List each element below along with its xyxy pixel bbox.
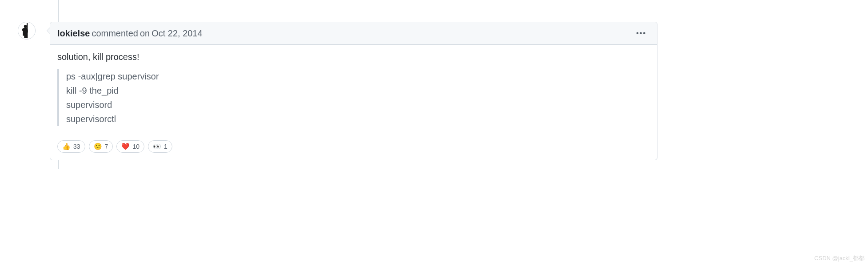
comment-date-link[interactable]: Oct 22, 2014 [151,28,203,39]
thumbs-up-icon: 👍 [62,142,71,150]
comment-author-link[interactable]: lokielse [57,28,90,39]
heart-icon: ❤️ [121,142,130,150]
reaction-heart[interactable]: ❤️ 10 [116,140,144,153]
svg-point-2 [24,25,27,28]
reaction-count: 7 [105,143,108,150]
comment-date-prefix: on [140,28,150,39]
code-line: supervisorctl [66,112,643,126]
eyes-icon: 👀 [153,142,161,150]
code-line: ps -aux|grep supervisor [66,69,643,83]
avatar-icon [18,22,35,39]
code-block: ps -aux|grep supervisor kill -9 the_pid … [57,69,650,126]
code-line: kill -9 the_pid [66,83,643,98]
confused-icon: 😕 [94,142,102,150]
comment-action-text: commented [92,28,138,39]
reaction-thumbs-up[interactable]: 👍 33 [57,140,85,153]
reaction-count: 10 [132,143,139,150]
reaction-eyes[interactable]: 👀 1 [148,140,172,153]
avatar[interactable] [18,22,36,40]
code-line: supervisord [66,98,643,112]
comment: lokielse commented on Oct 22, 2014 ••• s… [32,22,657,160]
comment-body: solution, kill process! ps -aux|grep sup… [50,45,657,140]
reaction-count: 1 [164,143,167,150]
comment-header-meta: lokielse commented on Oct 22, 2014 [57,28,203,39]
comment-box: lokielse commented on Oct 22, 2014 ••• s… [50,22,657,160]
reaction-confused[interactable]: 😕 7 [89,140,113,153]
reaction-count: 33 [73,143,80,150]
reactions-bar: 👍 33 😕 7 ❤️ 10 👀 1 [50,140,657,160]
comment-header: lokielse commented on Oct 22, 2014 ••• [50,22,657,45]
comment-text: solution, kill process! [57,52,650,62]
kebab-menu-icon[interactable]: ••• [633,26,650,41]
